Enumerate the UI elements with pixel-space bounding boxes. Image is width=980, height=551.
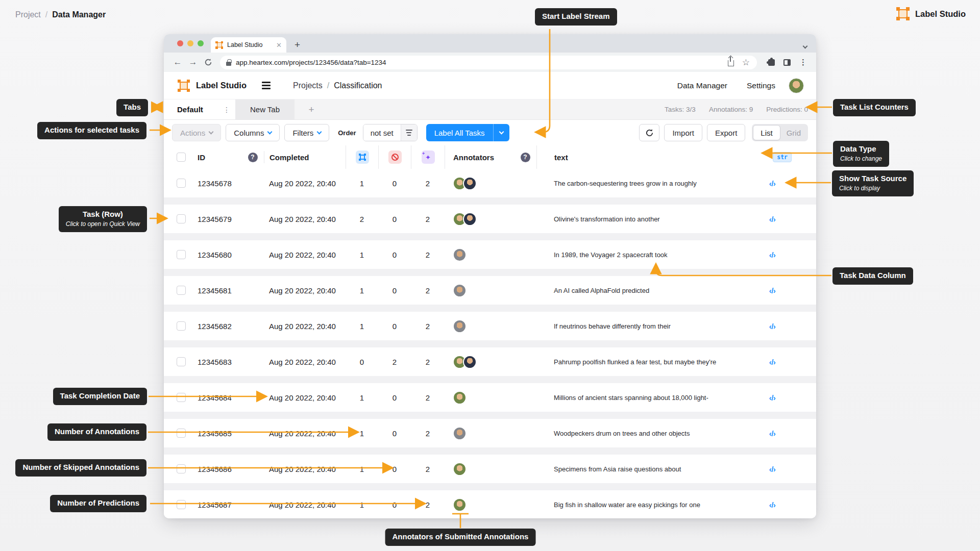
show-source-icon[interactable]: ‹/› bbox=[769, 179, 776, 188]
row-checkbox[interactable] bbox=[177, 179, 186, 188]
table-row[interactable]: 12345682 Aug 20 2022, 20:40 1 0 2 If neu… bbox=[164, 312, 816, 340]
browser-tab[interactable]: Label Studio ✕ bbox=[211, 37, 286, 53]
order-field[interactable]: not set bbox=[363, 124, 418, 141]
user-avatar[interactable] bbox=[789, 78, 804, 93]
row-checkbox[interactable] bbox=[177, 429, 186, 438]
columns-button[interactable]: Columns bbox=[226, 124, 280, 141]
view-list-button[interactable]: List bbox=[753, 125, 780, 140]
view-grid-button[interactable]: Grid bbox=[780, 129, 807, 137]
help-icon[interactable]: ? bbox=[521, 153, 530, 162]
table-row[interactable]: 12345683 Aug 20 2022, 20:40 0 2 2 Pahrum… bbox=[164, 347, 816, 376]
annotators-cell bbox=[445, 248, 514, 262]
row-checkbox[interactable] bbox=[177, 393, 186, 402]
import-button[interactable]: Import bbox=[664, 124, 702, 141]
show-source-icon[interactable]: ‹/› bbox=[769, 429, 776, 438]
annotator-avatar[interactable] bbox=[453, 319, 467, 333]
url-text[interactable]: app.heartex.com/projects/123456/data?tab… bbox=[236, 59, 723, 66]
forward-icon[interactable]: → bbox=[186, 57, 200, 67]
predictions-column-icon[interactable]: ✦ bbox=[422, 151, 435, 164]
annotator-avatar[interactable] bbox=[453, 498, 467, 512]
add-tab-button[interactable]: + bbox=[295, 99, 328, 119]
side-panel-icon[interactable] bbox=[783, 59, 791, 66]
share-icon[interactable] bbox=[728, 60, 734, 66]
show-source-icon[interactable]: ‹/› bbox=[769, 500, 776, 509]
close-tab-icon[interactable]: ✕ bbox=[276, 42, 282, 48]
filters-button[interactable]: Filters bbox=[284, 124, 329, 141]
reload-icon[interactable] bbox=[202, 57, 215, 67]
show-source-icon[interactable]: ‹/› bbox=[769, 465, 776, 473]
hamburger-menu-icon[interactable] bbox=[260, 80, 273, 91]
show-source-icon[interactable]: ‹/› bbox=[769, 215, 776, 223]
table-row[interactable]: 12345681 Aug 20 2022, 20:40 1 0 2 An AI … bbox=[164, 276, 816, 305]
sort-icon[interactable] bbox=[401, 124, 417, 141]
row-checkbox[interactable] bbox=[177, 321, 186, 331]
table-row[interactable]: 12345678 Aug 20 2022, 20:40 1 0 2 The ca… bbox=[164, 169, 816, 197]
annotator-avatar[interactable] bbox=[463, 212, 477, 226]
annotator-avatar[interactable] bbox=[453, 284, 467, 297]
tab-default[interactable]: Default ⋮ bbox=[164, 99, 235, 119]
nav-data-manager[interactable]: Data Manager bbox=[677, 81, 727, 90]
annotator-avatar[interactable] bbox=[463, 355, 477, 369]
table-row[interactable]: 12345685 Aug 20 2022, 20:40 1 0 2 Woodpe… bbox=[164, 419, 816, 447]
annotator-avatar[interactable] bbox=[453, 462, 467, 476]
new-tab-button[interactable]: + bbox=[286, 37, 308, 53]
show-source-icon[interactable]: ‹/› bbox=[769, 358, 776, 366]
browser-menu-icon[interactable]: ⋮ bbox=[799, 58, 807, 67]
tab-new-tab[interactable]: New Tab bbox=[235, 99, 295, 119]
show-source-icon[interactable]: ‹/› bbox=[769, 393, 776, 402]
annotator-avatar[interactable] bbox=[453, 248, 467, 262]
order-value[interactable]: not set bbox=[363, 124, 401, 141]
extensions-puzzle-icon[interactable] bbox=[768, 59, 775, 66]
table-row[interactable]: 12345684 Aug 20 2022, 20:40 1 0 2 Millio… bbox=[164, 383, 816, 412]
row-checkbox[interactable] bbox=[177, 250, 186, 259]
close-window-button[interactable] bbox=[177, 40, 183, 46]
back-icon[interactable]: ← bbox=[171, 57, 184, 67]
refresh-button[interactable] bbox=[639, 124, 659, 141]
zoom-window-button[interactable] bbox=[198, 40, 204, 46]
show-source-icon[interactable]: ‹/› bbox=[769, 251, 776, 259]
show-source-icon[interactable]: ‹/› bbox=[769, 322, 776, 331]
help-icon[interactable]: ? bbox=[248, 153, 258, 162]
label-all-tasks-chevron[interactable] bbox=[493, 124, 509, 141]
select-all-checkbox[interactable] bbox=[177, 153, 186, 162]
column-header-completed[interactable]: Completed bbox=[264, 151, 346, 163]
address-bar[interactable]: app.heartex.com/projects/123456/data?tab… bbox=[220, 56, 757, 69]
tab-menu-icon[interactable]: ⋮ bbox=[223, 106, 230, 114]
table-row[interactable]: 12345679 Aug 20 2022, 20:40 2 0 2 Olivin… bbox=[164, 205, 816, 233]
label-all-tasks-button[interactable]: Label All Tasks bbox=[426, 124, 509, 141]
row-checkbox[interactable] bbox=[177, 214, 186, 223]
task-id: 12345678 bbox=[192, 179, 241, 188]
actions-button[interactable]: Actions bbox=[172, 124, 221, 141]
task-text: Specimens from Asia raise questions abou… bbox=[536, 465, 734, 473]
column-header-annotators[interactable]: Annotators bbox=[445, 145, 514, 169]
table-row[interactable]: 12345687 Aug 20 2022, 20:40 1 0 2 Big fi… bbox=[164, 490, 816, 518]
minimize-window-button[interactable] bbox=[187, 40, 193, 46]
row-checkbox[interactable] bbox=[177, 357, 186, 366]
skipped-column-icon[interactable] bbox=[388, 151, 402, 164]
annotations-count: 1 bbox=[346, 500, 378, 509]
bookmark-star-icon[interactable]: ☆ bbox=[742, 57, 750, 68]
show-source-icon[interactable]: ‹/› bbox=[769, 286, 776, 295]
annotator-avatar[interactable] bbox=[463, 177, 477, 190]
table-row[interactable]: 12345680 Aug 20 2022, 20:40 1 0 2 In 198… bbox=[164, 240, 816, 269]
row-checkbox[interactable] bbox=[177, 286, 186, 295]
annotator-avatar[interactable] bbox=[453, 427, 467, 440]
app-breadcrumb-projects[interactable]: Projects bbox=[293, 81, 323, 90]
callout-number-of-predictions: Number of Predictions bbox=[50, 495, 146, 512]
nav-settings[interactable]: Settings bbox=[747, 81, 775, 90]
column-header-id[interactable]: ID bbox=[192, 153, 241, 162]
annotations-column-icon[interactable] bbox=[356, 151, 369, 164]
data-type-badge[interactable]: str bbox=[773, 152, 792, 162]
row-checkbox[interactable] bbox=[177, 500, 186, 509]
ssl-lock-icon[interactable] bbox=[226, 62, 231, 66]
breadcrumb-project[interactable]: Project bbox=[15, 10, 41, 19]
annotator-avatar[interactable] bbox=[453, 391, 467, 405]
tab-list-chevron-icon[interactable] bbox=[803, 41, 807, 50]
export-button[interactable]: Export bbox=[707, 124, 745, 141]
task-id: 12345680 bbox=[192, 251, 241, 259]
annotators-cell bbox=[445, 319, 514, 333]
column-header-text[interactable]: text bbox=[536, 145, 734, 169]
row-checkbox[interactable] bbox=[177, 464, 186, 473]
table-row[interactable]: 12345686 Aug 20 2022, 20:40 1 0 2 Specim… bbox=[164, 455, 816, 483]
app-logo[interactable]: Label Studio bbox=[178, 80, 247, 92]
